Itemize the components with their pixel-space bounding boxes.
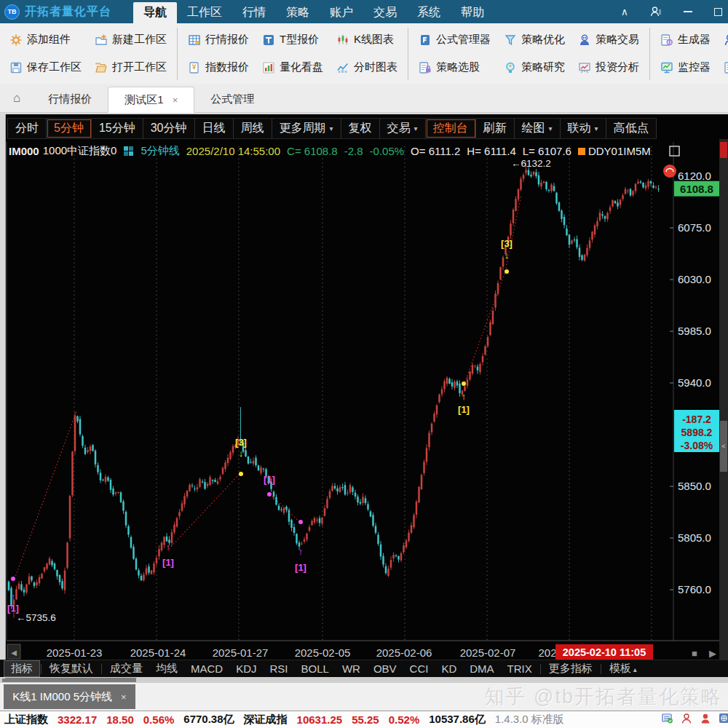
menu-帮助[interactable]: 帮助 bbox=[451, 2, 494, 23]
indicator-指标[interactable]: 指标 bbox=[4, 661, 39, 676]
status-item: 上证指数 bbox=[4, 713, 48, 727]
toolbar-open-workspace-button[interactable]: 打开工作区 bbox=[88, 55, 173, 80]
account-login-icon bbox=[724, 33, 728, 47]
indicator-模板[interactable]: 模板▴ bbox=[603, 661, 644, 676]
minimize-icon[interactable] bbox=[684, 11, 692, 12]
indicator-label: 模板 bbox=[609, 662, 631, 674]
grid-icon[interactable] bbox=[123, 146, 134, 157]
axis-collapse-arrow-icon[interactable]: < bbox=[720, 421, 727, 472]
status-icons bbox=[662, 713, 724, 727]
toolbar-quote-table-button[interactable]: 行情报价 bbox=[181, 27, 256, 52]
account-filled-icon[interactable] bbox=[700, 713, 711, 727]
menu-交易[interactable]: 交易 bbox=[363, 2, 407, 23]
splitter-thumb[interactable] bbox=[2, 678, 136, 682]
indicator-MACD[interactable]: MACD bbox=[184, 662, 229, 676]
indicator-label: 更多指标 bbox=[549, 662, 593, 674]
indicator-更多指标[interactable]: 更多指标 bbox=[542, 661, 599, 676]
toolbar-divider bbox=[649, 28, 650, 80]
signal-dot bbox=[267, 492, 272, 496]
signal-label: [1] bbox=[162, 557, 174, 568]
period-label: 高低点 bbox=[614, 121, 649, 136]
menu-账户[interactable]: 账户 bbox=[320, 2, 363, 23]
period-复权[interactable]: 复权 bbox=[341, 119, 380, 138]
menu-行情[interactable]: 行情 bbox=[232, 2, 276, 23]
menu-策略[interactable]: 策略 bbox=[276, 2, 320, 23]
account-icon[interactable] bbox=[650, 6, 662, 17]
period-30分钟[interactable]: 30分钟 bbox=[143, 119, 195, 138]
chart-header: IM000 1000中证指数0 5分钟线 2025/2/10 14:55:00 … bbox=[9, 144, 651, 158]
period-5分钟[interactable]: 5分钟 bbox=[47, 119, 92, 138]
toolbar-label: 行情报价 bbox=[205, 33, 249, 47]
maximize-icon[interactable] bbox=[714, 8, 722, 16]
toolbar-new-workspace-button[interactable]: 新建工作区 bbox=[88, 27, 173, 52]
right-scrollbar[interactable]: < bbox=[719, 139, 728, 662]
period-联动[interactable]: 联动▾ bbox=[561, 119, 606, 138]
indicator-label: OBV bbox=[373, 662, 397, 675]
tab-测试区1[interactable]: 测试区1× bbox=[108, 87, 194, 113]
period-控制台[interactable]: 控制台 bbox=[426, 119, 476, 138]
overlay-indicator[interactable]: DDY01IM5M bbox=[578, 145, 651, 157]
toolbar-generator-button[interactable]: 生成器 bbox=[654, 27, 717, 52]
indicator-DMA[interactable]: DMA bbox=[463, 662, 500, 676]
toolbar-invest-analysis-button[interactable]: 投资分析 bbox=[571, 55, 646, 80]
period-更多周期[interactable]: 更多周期▾ bbox=[272, 119, 341, 138]
toolbar-quant-watch-button[interactable]: 量化看盘 bbox=[256, 55, 330, 80]
toolbar-account-login-button[interactable]: 账户登录 bbox=[717, 27, 728, 52]
indicator-RSI[interactable]: RSI bbox=[264, 662, 295, 676]
toolbar-save-button[interactable]: 保存工作区 bbox=[3, 55, 88, 80]
menu-导航[interactable]: 导航 bbox=[133, 2, 177, 23]
menu-系统[interactable]: 系统 bbox=[407, 2, 451, 23]
period-日线[interactable]: 日线 bbox=[195, 119, 234, 138]
period-分时[interactable]: 分时 bbox=[7, 119, 47, 138]
toolbar-intraday-chart-button[interactable]: 分时图表 bbox=[330, 55, 404, 80]
toolbar-formula-manager-button[interactable]: 公式管理器 bbox=[412, 27, 497, 52]
toolbar-strategy-research-button[interactable]: 策略研究 bbox=[497, 55, 571, 80]
indicator-TRIX[interactable]: TRIX bbox=[501, 662, 539, 676]
period-交易[interactable]: 交易▾ bbox=[380, 119, 426, 138]
toolbar-t-quote-button[interactable]: T型报价 bbox=[256, 27, 330, 52]
date-tick: 202 bbox=[538, 646, 556, 659]
status-item: 1.4.3.0 标准版 bbox=[495, 713, 564, 727]
toolbar-stock-pick-button[interactable]: 策略选股 bbox=[412, 55, 497, 80]
window-controls: ∧ bbox=[621, 6, 728, 17]
period-刷新[interactable]: 刷新 bbox=[476, 119, 515, 138]
indicator-恢复默认[interactable]: 恢复默认 bbox=[43, 661, 100, 676]
price-tick: 5805.0 bbox=[678, 531, 711, 544]
close-icon[interactable]: × bbox=[173, 95, 178, 106]
toolbar-account-view-button[interactable]: 账户透视 bbox=[717, 55, 728, 80]
component-icon bbox=[9, 33, 23, 47]
toolbar-index-quote-button[interactable]: 指数报价 bbox=[181, 55, 256, 80]
indicator-KDJ[interactable]: KDJ bbox=[229, 662, 263, 676]
tab-公式管理[interactable]: 公式管理 bbox=[194, 86, 270, 112]
toolbar-kline-chart-button[interactable]: K线图表 bbox=[330, 27, 404, 52]
menu-工作区[interactable]: 工作区 bbox=[177, 2, 232, 23]
indicator-OBV[interactable]: OBV bbox=[367, 662, 403, 676]
indicator-BOLL[interactable]: BOLL bbox=[295, 662, 336, 676]
home-icon[interactable]: ⌂ bbox=[0, 91, 32, 112]
period-高低点[interactable]: 高低点 bbox=[606, 119, 657, 138]
close-icon[interactable]: × bbox=[121, 692, 127, 703]
toolbar-strategy-optimize-button[interactable]: 策略优化 bbox=[497, 27, 571, 52]
period-绘图[interactable]: 绘图▾ bbox=[515, 119, 561, 138]
bottom-tab-kline[interactable]: K线1 IM000 5分钟线 × bbox=[4, 684, 135, 709]
message-list-icon[interactable] bbox=[662, 713, 673, 727]
period-15分钟[interactable]: 15分钟 bbox=[92, 119, 143, 138]
collapse-ribbon-icon[interactable]: ∧ bbox=[621, 6, 628, 17]
account-outline-icon[interactable] bbox=[681, 713, 692, 727]
indicator-KD[interactable]: KD bbox=[435, 662, 463, 676]
change-value: -2.8 bbox=[344, 145, 363, 157]
toolbar-monitor-button[interactable]: 监控器 bbox=[654, 55, 717, 80]
indicator-均线[interactable]: 均线 bbox=[149, 661, 184, 676]
toolbar-component-button[interactable]: 添加组件 bbox=[3, 27, 88, 52]
candlestick-chart[interactable]: ↑[1]↑[1]↓[3][1]↑[1]↑[1]↓[3]←6132.2←5735.… bbox=[0, 141, 728, 662]
left-splitter[interactable] bbox=[0, 114, 6, 678]
horizontal-splitter[interactable] bbox=[0, 677, 728, 683]
indicator-成交量[interactable]: 成交量 bbox=[103, 661, 149, 676]
tab-行情报价[interactable]: 行情报价 bbox=[32, 86, 108, 112]
toolbar-strategy-trade-button[interactable]: 策略交易 bbox=[571, 27, 646, 52]
period-周线[interactable]: 周线 bbox=[234, 119, 272, 138]
indicator-CCI[interactable]: CCI bbox=[403, 662, 435, 676]
period-label: 控制台 bbox=[433, 121, 468, 136]
network-icon[interactable] bbox=[719, 713, 728, 727]
indicator-WR[interactable]: WR bbox=[336, 662, 367, 676]
